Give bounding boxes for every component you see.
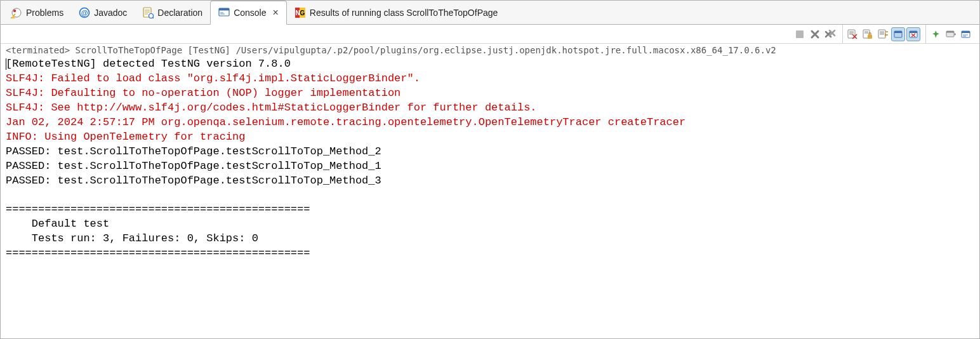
tab-label: Declaration — [157, 8, 202, 18]
console-line: Tests run: 3, Failures: 0, Skips: 0 — [6, 232, 974, 246]
remove-all-launches-button[interactable] — [823, 27, 837, 41]
terminate-button[interactable] — [793, 27, 807, 41]
console-line: Default test — [6, 217, 974, 232]
console-line: [RemoteTestNG] detected TestNG version 7… — [6, 57, 974, 72]
console-line: PASSED: test.ScrollToTheTopOfPage.testSc… — [6, 174, 974, 189]
testng-results-icon: NG — [295, 7, 306, 18]
clear-console-button[interactable] — [845, 27, 859, 41]
svg-rect-22 — [946, 31, 954, 33]
console-line: SLF4J: Defaulting to no-operation (NOP) … — [6, 86, 974, 101]
console-output[interactable]: [RemoteTestNG] detected TestNG version 7… — [1, 56, 979, 266]
svg-point-5 — [149, 13, 154, 18]
tab-label: Results of running class ScrollToTheTopO… — [310, 8, 498, 18]
svg-rect-12 — [796, 30, 804, 38]
svg-text:@: @ — [81, 9, 88, 17]
console-line: ========================================… — [6, 246, 974, 261]
svg-rect-20 — [910, 31, 917, 33]
svg-text:G: G — [300, 10, 305, 17]
console-line: SLF4J: Failed to load class "org.slf4j.i… — [6, 72, 974, 86]
view-tabs: Problems @ Javadoc Declaration Console ×… — [1, 1, 979, 25]
show-on-stdout-button[interactable] — [891, 27, 905, 41]
svg-rect-15 — [868, 35, 872, 39]
tab-console[interactable]: Console × — [210, 1, 287, 25]
console-line: PASSED: test.ScrollToTheTopOfPage.testSc… — [6, 159, 974, 174]
scroll-lock-button[interactable] — [861, 27, 875, 41]
console-line: Jan 02, 2024 2:57:17 PM org.openqa.selen… — [6, 116, 974, 130]
tab-label: Console — [234, 8, 266, 18]
tab-label: Problems — [26, 8, 63, 18]
tab-label: Javadoc — [94, 8, 127, 18]
svg-point-1 — [13, 9, 16, 11]
text-cursor — [6, 58, 6, 70]
console-line: SLF4J: See http://www.slf4j.org/codes.ht… — [6, 101, 974, 116]
display-selected-console-button[interactable] — [944, 27, 958, 41]
svg-rect-24 — [962, 31, 970, 33]
launch-status: <terminated> ScrollToTheTopOfPage [TestN… — [1, 44, 979, 56]
svg-rect-18 — [894, 31, 902, 33]
open-console-button[interactable] — [959, 27, 973, 41]
show-on-stderr-button[interactable] — [906, 27, 920, 41]
problems-icon — [11, 7, 22, 18]
tab-javadoc[interactable]: @ Javadoc — [71, 1, 135, 24]
word-wrap-button[interactable] — [876, 27, 890, 41]
remove-launch-button[interactable] — [808, 27, 822, 41]
svg-rect-7 — [219, 8, 229, 11]
tab-problems[interactable]: Problems — [3, 1, 71, 24]
console-line: INFO: Using OpenTelemetry for tracing — [6, 130, 974, 145]
tab-results[interactable]: NG Results of running class ScrollToTheT… — [287, 1, 505, 24]
svg-text:N: N — [295, 10, 300, 17]
declaration-icon — [142, 7, 154, 18]
console-line — [6, 188, 974, 203]
pin-console-button[interactable] — [929, 27, 943, 41]
console-icon — [218, 7, 230, 18]
console-line: ========================================… — [6, 203, 974, 217]
console-toolbar — [1, 25, 979, 44]
close-icon[interactable]: × — [273, 7, 279, 18]
javadoc-icon: @ — [79, 7, 90, 18]
tab-declaration[interactable]: Declaration — [135, 1, 210, 24]
console-line: PASSED: test.ScrollToTheTopOfPage.testSc… — [6, 145, 974, 159]
